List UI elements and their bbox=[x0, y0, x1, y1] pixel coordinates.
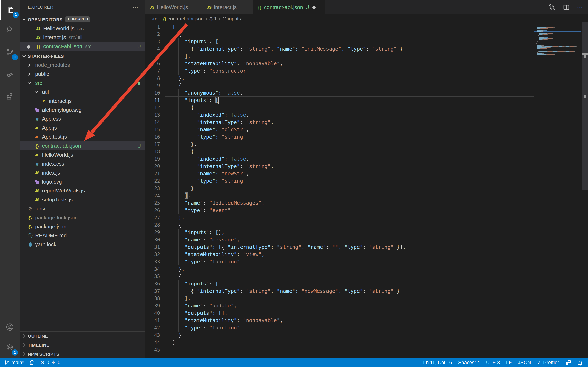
code-line[interactable]: { bbox=[172, 148, 534, 155]
code-line[interactable]: ], bbox=[172, 53, 534, 60]
code-line[interactable]: }, bbox=[172, 141, 534, 148]
code-line[interactable]: { bbox=[172, 104, 534, 111]
code-line[interactable]: "inputs": [ bbox=[172, 38, 534, 45]
code-line[interactable]: "type": "event" bbox=[172, 207, 534, 214]
explorer-icon[interactable]: 1 bbox=[0, 0, 20, 20]
code-line[interactable]: "inputs": [ bbox=[172, 97, 534, 104]
accounts-icon[interactable] bbox=[0, 317, 20, 337]
code-line[interactable]: "stateMutability": "view", bbox=[172, 251, 534, 258]
source-control-icon[interactable]: 1 bbox=[0, 42, 20, 62]
git-branch-item[interactable]: main* bbox=[4, 360, 24, 365]
minimap[interactable] bbox=[534, 23, 581, 68]
code-line[interactable]: "inputs": [], bbox=[172, 229, 534, 236]
scrollbar-thumb[interactable] bbox=[582, 22, 588, 190]
language-mode-item[interactable]: JSON bbox=[518, 360, 531, 365]
tree-item-README.md[interactable]: ⓘ README.md bbox=[20, 231, 145, 240]
tree-item-yarn.lock[interactable]: yarn.lock bbox=[20, 240, 145, 249]
code-line[interactable]: "name": "oldStr", bbox=[172, 126, 534, 133]
code-line[interactable]: "type": "string" bbox=[172, 133, 534, 141]
sync-changes-item[interactable] bbox=[29, 360, 35, 365]
code-line[interactable]: "outputs": [{ "internalType": "string", … bbox=[172, 243, 534, 251]
code-line[interactable]: "indexed": false, bbox=[172, 155, 534, 163]
code-line[interactable]: "type": "string" bbox=[172, 177, 534, 185]
feedback-item[interactable] bbox=[565, 359, 571, 366]
code-editor[interactable]: [{"inputs": [{ "internalType": "string",… bbox=[172, 0, 534, 358]
settings-gear-icon[interactable]: 1 bbox=[0, 338, 20, 357]
indentation-item[interactable]: Spaces: 4 bbox=[458, 360, 480, 365]
tree-item-reportWebVitals.js[interactable]: JS reportWebVitals.js bbox=[20, 186, 145, 195]
code-line[interactable] bbox=[172, 346, 534, 354]
tree-item-.env[interactable]: ⚙ .env bbox=[20, 204, 145, 213]
code-line[interactable]: } bbox=[172, 332, 534, 339]
code-line[interactable]: } bbox=[172, 185, 534, 192]
formatter-item[interactable]: ✓ Prettier bbox=[537, 360, 559, 365]
tree-item-App.js[interactable]: JS App.js bbox=[20, 124, 145, 133]
tree-item-logo.svg[interactable]: logo.svg bbox=[20, 177, 145, 186]
tree-item-public[interactable]: public bbox=[20, 70, 145, 79]
encoding-item[interactable]: UTF-8 bbox=[486, 360, 500, 365]
code-line[interactable]: "inputs": [ bbox=[172, 280, 534, 287]
starter-files-header[interactable]: STARTER-FILES bbox=[20, 52, 145, 61]
open-changes-icon[interactable] bbox=[548, 3, 556, 11]
tree-item-src[interactable]: src bbox=[20, 79, 145, 88]
code-line[interactable]: "stateMutability": "nonpayable", bbox=[172, 60, 534, 67]
split-editor-icon[interactable] bbox=[563, 3, 570, 11]
tree-item-package.json[interactable]: {} package.json bbox=[20, 222, 145, 231]
activity-bar: 1 1 1 bbox=[0, 0, 20, 358]
code-line[interactable]: [ bbox=[172, 23, 534, 31]
extensions-icon[interactable] bbox=[0, 86, 20, 106]
code-line[interactable]: "indexed": false, bbox=[172, 111, 534, 119]
tree-item-App.test.js[interactable]: JS App.test.js bbox=[20, 133, 145, 142]
notifications-item[interactable] bbox=[577, 359, 583, 366]
tree-item-package-lock.json[interactable]: {} package-lock.json bbox=[20, 213, 145, 222]
tree-item-App.css[interactable]: # App.css bbox=[20, 115, 145, 124]
code-line[interactable]: "stateMutability": "nonpayable", bbox=[172, 317, 534, 324]
code-line[interactable]: { "internalType": "string", "name": "ini… bbox=[172, 45, 534, 53]
code-line[interactable]: "name": "newStr", bbox=[172, 170, 534, 177]
timeline-section-header[interactable]: TIMELINE bbox=[20, 340, 145, 349]
explorer-more-actions[interactable]: ⋯ bbox=[132, 0, 138, 14]
code-line[interactable]: "name": "UpdatedMessages", bbox=[172, 200, 534, 207]
npm-scripts-section-header[interactable]: NPM SCRIPTS bbox=[20, 349, 145, 358]
tree-item-interact.js[interactable]: JS interact.js bbox=[20, 97, 145, 106]
tree-item-index.js[interactable]: JS index.js bbox=[20, 168, 145, 177]
open-editor-contract-abi.json[interactable]: {} contract-abi.jsonsrc U bbox=[20, 42, 145, 51]
code-line[interactable]: "type": "constructor" bbox=[172, 67, 534, 75]
eol-item[interactable]: LF bbox=[506, 360, 512, 365]
tree-item-contract-abi.json[interactable]: {} contract-abi.json U bbox=[20, 142, 145, 150]
problems-item[interactable]: ⊗ 0 ⚠ 0 bbox=[40, 360, 60, 365]
code-line[interactable]: }, bbox=[172, 266, 534, 273]
code-line[interactable]: "internalType": "string", bbox=[172, 163, 534, 170]
code-line[interactable]: }, bbox=[172, 214, 534, 221]
code-line[interactable]: "internalType": "string", bbox=[172, 119, 534, 126]
scrollbar[interactable] bbox=[582, 0, 588, 358]
tree-item-alchemylogo.svg[interactable]: alchemylogo.svg bbox=[20, 106, 145, 115]
code-line[interactable]: ], bbox=[172, 295, 534, 302]
open-editors-header[interactable]: OPEN EDITORS 1 UNSAVED bbox=[20, 15, 145, 24]
code-line[interactable]: ] bbox=[172, 339, 534, 346]
tree-item-node_modules[interactable]: node_modules bbox=[20, 61, 145, 70]
open-editor-HelloWorld.js[interactable]: JS HelloWorld.jssrc bbox=[20, 24, 145, 33]
code-line[interactable]: "outputs": [], bbox=[172, 309, 534, 317]
code-line[interactable]: }, bbox=[172, 75, 534, 82]
cursor-position-item[interactable]: Ln 11, Col 16 bbox=[423, 360, 452, 365]
tree-item-HelloWorld.js[interactable]: JS HelloWorld.js bbox=[20, 150, 145, 159]
code-line[interactable]: ], bbox=[172, 192, 534, 200]
open-editor-interact.js[interactable]: JS interact.jssrc/util bbox=[20, 33, 145, 42]
search-icon[interactable] bbox=[0, 20, 20, 39]
code-line[interactable]: { bbox=[172, 221, 534, 229]
outline-section-header[interactable]: OUTLINE bbox=[20, 331, 145, 340]
code-line[interactable]: "type": "function" bbox=[172, 324, 534, 332]
code-line[interactable]: "type": "function" bbox=[172, 258, 534, 266]
run-debug-icon[interactable] bbox=[0, 64, 20, 84]
code-line[interactable]: "name": "message", bbox=[172, 236, 534, 243]
code-line[interactable]: "name": "update", bbox=[172, 302, 534, 309]
code-line[interactable]: "anonymous": false, bbox=[172, 89, 534, 97]
tree-item-util[interactable]: util bbox=[20, 88, 145, 97]
code-line[interactable]: { bbox=[172, 273, 534, 280]
code-line[interactable]: { "internalType": "string", "name": "new… bbox=[172, 287, 534, 295]
code-line[interactable]: { bbox=[172, 82, 534, 89]
tree-item-setupTests.js[interactable]: JS setupTests.js bbox=[20, 195, 145, 204]
code-line[interactable]: { bbox=[172, 31, 534, 38]
tree-item-index.css[interactable]: # index.css bbox=[20, 159, 145, 168]
